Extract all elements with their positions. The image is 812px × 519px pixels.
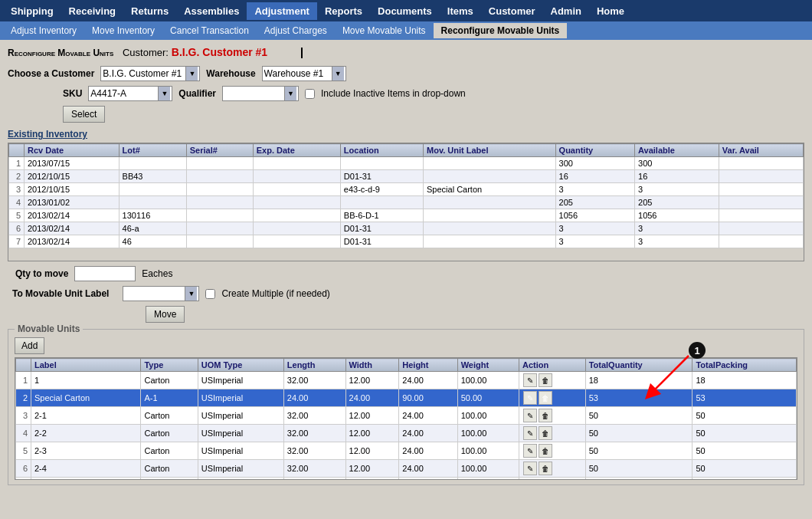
subnav-adjust-charges[interactable]: Adjust Charges — [257, 23, 335, 38]
action-cell[interactable]: ✎🗑 — [519, 442, 586, 460]
qualifier-dropdown-arrow[interactable]: ▼ — [284, 87, 296, 100]
mu-col-label[interactable]: Label — [31, 359, 141, 372]
col-serial[interactable]: Serial# — [186, 144, 253, 157]
add-button[interactable]: Add — [15, 337, 44, 354]
movable-units-table-wrapper[interactable]: Label Type UOM Type Length Width Height … — [15, 357, 797, 480]
table-row[interactable]: 11CartonUSImperial32.0012.0024.00100.00✎… — [16, 372, 797, 389]
nav-returns[interactable]: Returns — [123, 2, 176, 20]
include-inactive-checkbox[interactable] — [305, 89, 315, 99]
edit-icon[interactable]: ✎ — [523, 426, 537, 440]
nav-reports[interactable]: Reports — [317, 2, 370, 20]
select-button[interactable]: Select — [63, 106, 105, 123]
action-cell[interactable]: ✎🗑 — [519, 372, 586, 389]
mu-col-type[interactable]: Type — [141, 359, 198, 372]
movable-units-label: Movable Units — [15, 324, 83, 334]
movable-unit-select[interactable]: ▼ — [123, 286, 199, 301]
qualifier-input[interactable] — [223, 87, 284, 100]
nav-items[interactable]: Items — [440, 2, 481, 20]
nav-admin[interactable]: Admin — [543, 2, 589, 20]
delete-icon[interactable]: 🗑 — [539, 426, 552, 440]
movable-unit-dropdown-arrow[interactable]: ▼ — [185, 287, 197, 301]
customer-dropdown-arrow[interactable]: ▼ — [185, 67, 198, 80]
table-row[interactable]: 42-2CartonUSImperial32.0012.0024.00100.0… — [16, 425, 797, 442]
move-button[interactable]: Move — [146, 306, 185, 323]
mu-col-weight[interactable]: Weight — [457, 359, 519, 372]
mu-col-total-packing[interactable]: TotalPacking — [692, 359, 797, 372]
col-available[interactable]: Available — [635, 144, 719, 157]
edit-icon[interactable]: ✎ — [523, 409, 537, 422]
warehouse-dropdown-arrow[interactable]: ▼ — [332, 67, 344, 80]
nav-receiving[interactable]: Receiving — [61, 2, 123, 20]
mu-col-width[interactable]: Width — [345, 359, 399, 372]
subnav-cancel-transaction[interactable]: Cancel Transaction — [162, 23, 257, 38]
edit-icon[interactable]: ✎ — [523, 373, 537, 387]
subnav-move-inventory[interactable]: Move Inventory — [84, 23, 162, 38]
action-cell[interactable]: ✎🗑 — [519, 425, 586, 442]
col-lot[interactable]: Lot# — [119, 144, 186, 157]
action-cell[interactable]: ✎🗑 — [519, 460, 586, 478]
mu-col-length[interactable]: Length — [283, 359, 345, 372]
form-row-customer: Choose a Customer B.I.G. Customer #1 ▼ W… — [8, 66, 804, 81]
table-row[interactable]: 62013/02/1446-aD01-3133 — [9, 222, 804, 235]
col-var-avail[interactable]: Var. Avail — [719, 144, 803, 157]
sku-select[interactable]: A4417-A ▼ — [88, 86, 172, 101]
eaches-label: Eaches — [142, 268, 172, 279]
existing-inventory-table-wrapper[interactable]: Rcv Date Lot# Serial# Exp. Date Location… — [8, 143, 804, 261]
action-cell[interactable]: ✎🗑 — [519, 407, 586, 425]
mu-col-total-qty[interactable]: TotalQuantity — [585, 359, 692, 372]
customer-input[interactable]: B.I.G. Customer #1 — [101, 67, 185, 80]
mu-col-height[interactable]: Height — [399, 359, 457, 372]
col-quantity[interactable]: Quantity — [555, 144, 634, 157]
nav-documents[interactable]: Documents — [370, 2, 440, 20]
nav-home[interactable]: Home — [589, 2, 632, 20]
edit-icon[interactable]: ✎ — [523, 462, 537, 475]
subnav-adjust-inventory[interactable]: Adjust Inventory — [3, 23, 84, 38]
delete-icon[interactable]: 🗑 — [539, 373, 552, 387]
table-row[interactable]: 72013/02/1446D01-3133 — [9, 235, 804, 248]
col-location[interactable]: Location — [340, 144, 423, 157]
create-multiple-checkbox[interactable] — [205, 289, 215, 299]
table-row[interactable]: 32012/10/15e43-c-d-9Special Carton33 — [9, 183, 804, 196]
table-row[interactable]: 52-3CartonUSImperial32.0012.0024.00100.0… — [16, 442, 797, 460]
table-row[interactable]: 42013/01/02205205 — [9, 196, 804, 209]
warehouse-input[interactable]: Warehouse #1 — [263, 67, 332, 80]
customer-select[interactable]: B.I.G. Customer #1 ▼ — [100, 66, 200, 81]
col-exp-date[interactable]: Exp. Date — [253, 144, 340, 157]
action-cell[interactable]: ✎🗑 — [519, 478, 586, 481]
subnav-move-movable-units[interactable]: Move Movable Units — [335, 23, 434, 38]
sku-label: SKU — [63, 88, 82, 99]
delete-icon[interactable]: 🗑 — [539, 462, 552, 475]
nav-customer[interactable]: Customer — [481, 2, 543, 20]
table-row[interactable]: 22012/10/15BB43D01-311616 — [9, 170, 804, 183]
edit-icon[interactable]: ✎ — [523, 391, 537, 405]
table-row[interactable]: 12013/07/15300300 — [9, 157, 804, 170]
edit-icon[interactable]: ✎ — [523, 444, 537, 458]
sku-dropdown-arrow[interactable]: ▼ — [158, 87, 170, 100]
movable-unit-input[interactable] — [123, 287, 185, 301]
sku-input[interactable]: A4417-A — [89, 87, 158, 100]
action-cell[interactable]: ✎🗑 — [519, 389, 586, 407]
subnav-reconfigure-movable-units[interactable]: Reconfigure Movable Units — [434, 23, 568, 38]
include-inactive-label: Include Inactive Items in drop-down — [321, 88, 466, 99]
delete-icon[interactable]: 🗑 — [539, 444, 552, 458]
table-row[interactable]: 32-1CartonUSImperial32.0012.0024.00100.0… — [16, 407, 797, 425]
mu-col-uom-type[interactable]: UOM Type — [198, 359, 283, 372]
col-rcv-date[interactable]: Rcv Date — [25, 144, 120, 157]
nav-shipping[interactable]: Shipping — [3, 2, 61, 20]
page-title: Reconfigure Movable Units Customer: B.I.… — [8, 46, 804, 58]
warehouse-select[interactable]: Warehouse #1 ▼ — [262, 66, 346, 81]
nav-assemblies[interactable]: Assemblies — [176, 2, 247, 20]
col-mov-unit-label[interactable]: Mov. Unit Label — [424, 144, 556, 157]
delete-icon[interactable]: 🗑 — [539, 391, 552, 405]
table-row[interactable]: 72-5CartonUSImperial32.0012.0024.00100.0… — [16, 478, 797, 481]
delete-icon[interactable]: 🗑 — [539, 409, 552, 422]
delete-icon[interactable]: 🗑 — [539, 479, 552, 480]
table-row[interactable]: 62-4CartonUSImperial32.0012.0024.00100.0… — [16, 460, 797, 478]
qualifier-select[interactable]: ▼ — [222, 86, 299, 101]
table-row[interactable]: 2Special CartonA-1USImperial24.0024.0090… — [16, 389, 797, 407]
edit-icon[interactable]: ✎ — [523, 479, 537, 480]
col-num — [9, 144, 25, 157]
nav-adjustment[interactable]: Adjustment — [247, 2, 317, 20]
qty-to-move-input[interactable] — [74, 266, 136, 281]
table-row[interactable]: 52013/02/14130116BB-6-D-110561056 — [9, 209, 804, 222]
